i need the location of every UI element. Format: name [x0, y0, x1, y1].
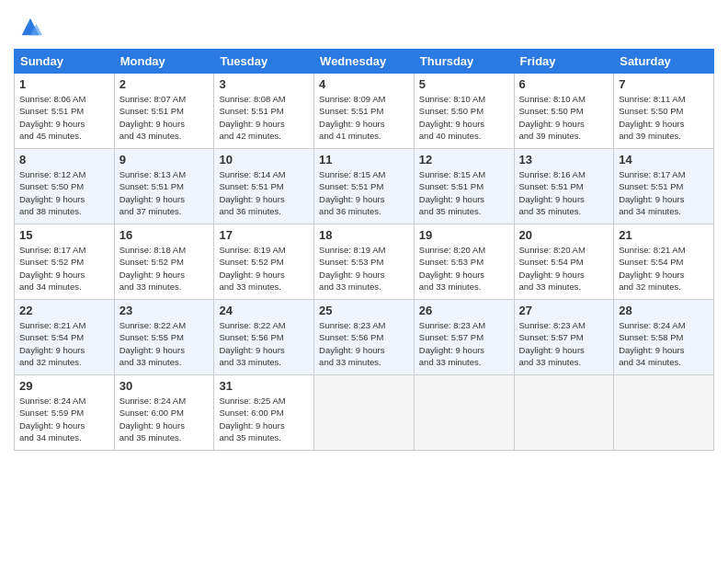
calendar-cell: 18Sunrise: 8:19 AM Sunset: 5:53 PM Dayli…: [314, 224, 415, 300]
calendar-cell: 29Sunrise: 8:24 AM Sunset: 5:59 PM Dayli…: [15, 375, 115, 451]
calendar-cell: 6Sunrise: 8:10 AM Sunset: 5:50 PM Daylig…: [514, 74, 614, 149]
logo-icon: [17, 14, 43, 40]
calendar-cell: 22Sunrise: 8:21 AM Sunset: 5:54 PM Dayli…: [15, 300, 115, 375]
day-number: 16: [119, 228, 210, 242]
day-info: Sunrise: 8:23 AM Sunset: 5:57 PM Dayligh…: [519, 319, 609, 368]
day-info: Sunrise: 8:22 AM Sunset: 5:56 PM Dayligh…: [219, 319, 309, 368]
weekday-header-thursday: Thursday: [414, 50, 514, 74]
calendar-cell: 23Sunrise: 8:22 AM Sunset: 5:55 PM Dayli…: [114, 300, 214, 375]
day-number: 31: [219, 379, 309, 393]
day-info: Sunrise: 8:10 AM Sunset: 5:50 PM Dayligh…: [519, 93, 609, 142]
day-info: Sunrise: 8:10 AM Sunset: 5:50 PM Dayligh…: [419, 93, 509, 142]
day-info: Sunrise: 8:24 AM Sunset: 5:59 PM Dayligh…: [19, 395, 109, 443]
calendar-cell: 12Sunrise: 8:15 AM Sunset: 5:51 PM Dayli…: [414, 149, 514, 224]
day-number: 23: [119, 304, 210, 317]
calendar-cell: 19Sunrise: 8:20 AM Sunset: 5:53 PM Dayli…: [414, 224, 514, 300]
day-info: Sunrise: 8:25 AM Sunset: 6:00 PM Dayligh…: [219, 395, 309, 443]
day-number: 19: [419, 228, 509, 242]
calendar-cell: 7Sunrise: 8:11 AM Sunset: 5:50 PM Daylig…: [614, 74, 714, 149]
day-number: 9: [119, 153, 210, 167]
day-info: Sunrise: 8:23 AM Sunset: 5:56 PM Dayligh…: [319, 319, 409, 368]
calendar-cell: 31Sunrise: 8:25 AM Sunset: 6:00 PM Dayli…: [214, 375, 314, 451]
calendar-cell: [314, 375, 415, 451]
calendar-week-2: 8Sunrise: 8:12 AM Sunset: 5:50 PM Daylig…: [15, 149, 714, 224]
calendar-cell: 14Sunrise: 8:17 AM Sunset: 5:51 PM Dayli…: [614, 149, 714, 224]
calendar-cell: 10Sunrise: 8:14 AM Sunset: 5:51 PM Dayli…: [214, 149, 314, 224]
day-info: Sunrise: 8:06 AM Sunset: 5:51 PM Dayligh…: [19, 93, 109, 142]
day-info: Sunrise: 8:21 AM Sunset: 5:54 PM Dayligh…: [19, 319, 109, 368]
day-info: Sunrise: 8:19 AM Sunset: 5:52 PM Dayligh…: [219, 244, 309, 293]
calendar-cell: [614, 375, 714, 451]
day-number: 11: [319, 153, 409, 167]
day-number: 20: [519, 228, 609, 242]
day-number: 8: [19, 153, 109, 167]
day-info: Sunrise: 8:21 AM Sunset: 5:54 PM Dayligh…: [619, 244, 709, 293]
calendar-cell: 5Sunrise: 8:10 AM Sunset: 5:50 PM Daylig…: [414, 74, 514, 149]
calendar-header-row: SundayMondayTuesdayWednesdayThursdayFrid…: [15, 50, 714, 74]
day-info: Sunrise: 8:13 AM Sunset: 5:51 PM Dayligh…: [119, 168, 210, 217]
calendar-cell: 4Sunrise: 8:09 AM Sunset: 5:51 PM Daylig…: [314, 74, 415, 149]
day-number: 21: [619, 228, 709, 242]
calendar-cell: 3Sunrise: 8:08 AM Sunset: 5:51 PM Daylig…: [214, 74, 314, 149]
calendar-week-5: 29Sunrise: 8:24 AM Sunset: 5:59 PM Dayli…: [15, 375, 714, 451]
day-info: Sunrise: 8:18 AM Sunset: 5:52 PM Dayligh…: [119, 244, 210, 293]
day-number: 6: [519, 77, 609, 91]
day-info: Sunrise: 8:17 AM Sunset: 5:51 PM Dayligh…: [619, 168, 709, 217]
day-info: Sunrise: 8:23 AM Sunset: 5:57 PM Dayligh…: [419, 319, 509, 368]
day-info: Sunrise: 8:22 AM Sunset: 5:55 PM Dayligh…: [119, 319, 210, 368]
day-number: 28: [619, 304, 709, 317]
calendar-week-1: 1Sunrise: 8:06 AM Sunset: 5:51 PM Daylig…: [15, 74, 714, 149]
calendar-cell: 15Sunrise: 8:17 AM Sunset: 5:52 PM Dayli…: [15, 224, 115, 300]
day-info: Sunrise: 8:11 AM Sunset: 5:50 PM Dayligh…: [619, 93, 709, 142]
day-number: 27: [519, 304, 609, 317]
day-info: Sunrise: 8:15 AM Sunset: 5:51 PM Dayligh…: [419, 168, 509, 217]
day-number: 24: [219, 304, 309, 317]
day-info: Sunrise: 8:07 AM Sunset: 5:51 PM Dayligh…: [119, 93, 210, 142]
day-number: 7: [619, 77, 709, 91]
calendar-cell: 25Sunrise: 8:23 AM Sunset: 5:56 PM Dayli…: [314, 300, 415, 375]
day-number: 10: [219, 153, 309, 167]
header: [14, 14, 714, 40]
day-number: 29: [19, 379, 109, 393]
logo: [14, 14, 43, 40]
calendar-cell: [514, 375, 614, 451]
day-number: 12: [419, 153, 509, 167]
day-number: 4: [319, 77, 409, 91]
weekday-header-tuesday: Tuesday: [214, 50, 314, 74]
day-number: 1: [19, 77, 109, 91]
calendar-cell: [414, 375, 514, 451]
day-number: 5: [419, 77, 509, 91]
day-number: 26: [419, 304, 509, 317]
day-number: 13: [519, 153, 609, 167]
weekday-header-sunday: Sunday: [15, 50, 115, 74]
calendar-cell: 9Sunrise: 8:13 AM Sunset: 5:51 PM Daylig…: [114, 149, 214, 224]
weekday-header-friday: Friday: [514, 50, 614, 74]
calendar-table: SundayMondayTuesdayWednesdayThursdayFrid…: [14, 49, 714, 451]
calendar-cell: 27Sunrise: 8:23 AM Sunset: 5:57 PM Dayli…: [514, 300, 614, 375]
calendar-cell: 2Sunrise: 8:07 AM Sunset: 5:51 PM Daylig…: [114, 74, 214, 149]
calendar-week-4: 22Sunrise: 8:21 AM Sunset: 5:54 PM Dayli…: [15, 300, 714, 375]
weekday-header-wednesday: Wednesday: [314, 50, 415, 74]
calendar-cell: 30Sunrise: 8:24 AM Sunset: 6:00 PM Dayli…: [114, 375, 214, 451]
day-number: 2: [119, 77, 210, 91]
day-info: Sunrise: 8:20 AM Sunset: 5:54 PM Dayligh…: [519, 244, 609, 293]
day-info: Sunrise: 8:14 AM Sunset: 5:51 PM Dayligh…: [219, 168, 309, 217]
calendar-cell: 8Sunrise: 8:12 AM Sunset: 5:50 PM Daylig…: [15, 149, 115, 224]
day-info: Sunrise: 8:08 AM Sunset: 5:51 PM Dayligh…: [219, 93, 309, 142]
page-container: SundayMondayTuesdayWednesdayThursdayFrid…: [0, 0, 728, 460]
calendar-cell: 26Sunrise: 8:23 AM Sunset: 5:57 PM Dayli…: [414, 300, 514, 375]
day-info: Sunrise: 8:09 AM Sunset: 5:51 PM Dayligh…: [319, 93, 409, 142]
calendar-cell: 17Sunrise: 8:19 AM Sunset: 5:52 PM Dayli…: [214, 224, 314, 300]
calendar-cell: 1Sunrise: 8:06 AM Sunset: 5:51 PM Daylig…: [15, 74, 115, 149]
calendar-cell: 13Sunrise: 8:16 AM Sunset: 5:51 PM Dayli…: [514, 149, 614, 224]
day-number: 25: [319, 304, 409, 317]
day-info: Sunrise: 8:12 AM Sunset: 5:50 PM Dayligh…: [19, 168, 109, 217]
calendar-cell: 20Sunrise: 8:20 AM Sunset: 5:54 PM Dayli…: [514, 224, 614, 300]
day-number: 22: [19, 304, 109, 317]
calendar-cell: 24Sunrise: 8:22 AM Sunset: 5:56 PM Dayli…: [214, 300, 314, 375]
day-info: Sunrise: 8:19 AM Sunset: 5:53 PM Dayligh…: [319, 244, 409, 293]
day-info: Sunrise: 8:15 AM Sunset: 5:51 PM Dayligh…: [319, 168, 409, 217]
day-info: Sunrise: 8:24 AM Sunset: 5:58 PM Dayligh…: [619, 319, 709, 368]
calendar-week-3: 15Sunrise: 8:17 AM Sunset: 5:52 PM Dayli…: [15, 224, 714, 300]
day-number: 18: [319, 228, 409, 242]
